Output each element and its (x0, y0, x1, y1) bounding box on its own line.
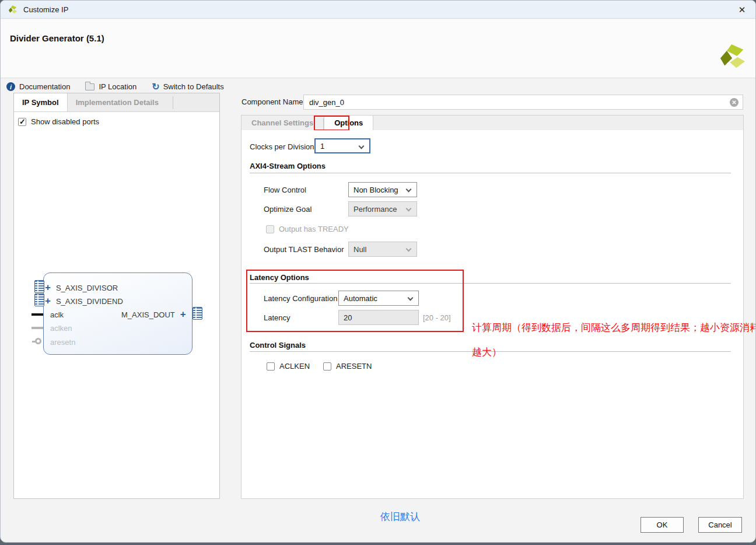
ip-location-link[interactable]: IP Location (85, 82, 136, 91)
refresh-icon: ↻ (152, 83, 159, 91)
component-name-label: Component Name (242, 97, 303, 106)
section-divider (250, 173, 731, 173)
port-s-axis-divisor[interactable]: + S_AXIS_DIVISOR (45, 282, 118, 293)
latency-red-annotation-box (246, 270, 464, 332)
options-panel: Clocks per Division 1 AXI4-Stream Option… (241, 130, 744, 499)
ip-location-label: IP Location (99, 82, 136, 91)
expand-plus-icon[interactable]: + (45, 297, 51, 305)
reset-ring-icon (35, 338, 41, 344)
bottom-annotation-text: 依旧默认 (380, 510, 420, 523)
output-tlast-behavior-select: Null (348, 242, 417, 257)
port-aresetn: aresetn (50, 337, 75, 347)
aclken-checkbox[interactable] (267, 362, 275, 371)
chevron-down-icon (359, 144, 365, 149)
port-m-axis-dout[interactable]: M_AXIS_DOUT + (121, 309, 186, 320)
tab-channel-settings[interactable]: Channel Settings (242, 116, 323, 130)
window-title: Customize IP (23, 5, 68, 14)
clock-stub-icon (32, 313, 43, 316)
aclken-row: ACLKEN (267, 362, 310, 371)
optimize-goal-label: Optimize Goal (264, 205, 312, 214)
port-aclk: aclk (50, 309, 64, 320)
close-icon[interactable]: ✕ (736, 4, 748, 16)
expand-plus-icon[interactable]: + (45, 284, 51, 292)
aresetn-row: ARESETN (323, 362, 372, 371)
title-bar: Customize IP ✕ (1, 1, 755, 19)
axi4-section-title: AXI4-Stream Options (250, 162, 326, 170)
tab-implementation-details[interactable]: Implementation Details (68, 93, 167, 111)
show-disabled-ports-row: Show disabled ports (18, 117, 99, 126)
folder-icon (85, 83, 94, 90)
switch-to-defaults-label: Switch to Defaults (163, 82, 224, 91)
chevron-down-icon (406, 187, 412, 193)
documentation-label: Documentation (19, 82, 70, 91)
latency-annotation-text-line1: 计算周期（得到数据后，间隔这么多周期得到结果；越小资源消耗 (472, 321, 756, 334)
flow-control-label: Flow Control (264, 186, 306, 194)
axis-bus-icon (192, 307, 202, 320)
control-signals-section-title: Control Signals (250, 341, 306, 350)
tab-ip-symbol[interactable]: IP Symbol (14, 93, 68, 111)
ip-symbol-panel: IP Symbol Implementation Details Show di… (13, 93, 220, 499)
expand-plus-icon[interactable]: + (180, 310, 186, 319)
clocks-per-division-select[interactable]: 1 (314, 138, 370, 153)
port-s-axis-dividend[interactable]: + S_AXIS_DIVIDEND (45, 296, 123, 306)
left-tab-bar: IP Symbol Implementation Details (14, 93, 219, 112)
output-has-tready-checkbox (266, 225, 274, 233)
page-title: Divider Generator (5.1) (10, 33, 104, 43)
xilinx-logo (719, 44, 746, 69)
dialog-header: Divider Generator (5.1) i Documentation … (1, 19, 755, 78)
clocks-per-division-label: Clocks per Division (250, 142, 314, 151)
output-tlast-behavior-label: Output TLAST Behavior (264, 245, 344, 254)
options-tab-red-annotation (314, 116, 349, 131)
cancel-button[interactable]: Cancel (698, 517, 742, 533)
chevron-down-icon (406, 206, 412, 212)
output-has-tready-row: Output has TREADY (266, 225, 349, 233)
tab-separator (173, 96, 173, 109)
switch-to-defaults-link[interactable]: ↻ Switch to Defaults (152, 82, 223, 91)
flow-control-select[interactable]: Non Blocking (348, 182, 417, 197)
ok-button[interactable]: OK (640, 517, 684, 533)
axis-bus-icon (34, 280, 44, 293)
disabled-stub-icon (32, 327, 43, 329)
xilinx-logo-icon (8, 5, 18, 14)
documentation-link[interactable]: i Documentation (6, 82, 70, 91)
optimize-goal-select: Performance (348, 201, 417, 216)
axis-bus-icon (34, 294, 44, 306)
info-icon: i (6, 82, 15, 91)
right-tab-bar: Channel Settings Options (241, 115, 744, 131)
aresetn-checkbox[interactable] (323, 362, 331, 371)
port-aclken: aclken (50, 323, 72, 333)
clear-icon[interactable]: ✕ (730, 98, 738, 107)
chevron-down-icon (406, 246, 412, 252)
component-name-input[interactable]: div_gen_0 ✕ (303, 95, 743, 110)
show-disabled-ports-checkbox[interactable] (18, 118, 26, 126)
customize-ip-dialog: Customize IP ✕ Divider Generator (5.1) i… (0, 0, 756, 543)
show-disabled-ports-label: Show disabled ports (31, 117, 99, 126)
latency-annotation-text-line2: 越大） (472, 345, 502, 359)
